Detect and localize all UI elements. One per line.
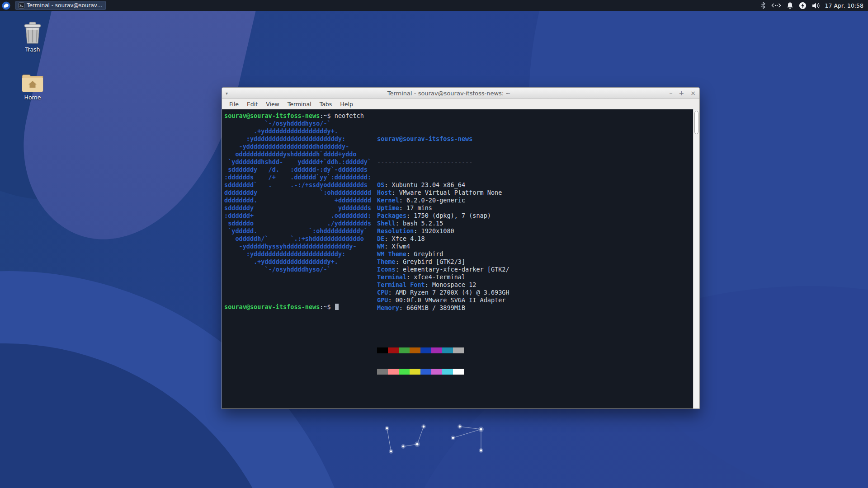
info-value: : 868x488 xyxy=(414,227,454,235)
terminal-prompt-line-1: sourav@sourav-itsfoss-news:~$ neofetch xyxy=(224,112,364,120)
menu-view[interactable]: View xyxy=(262,100,283,108)
info-value: : Monospace 12 xyxy=(425,281,476,288)
palette-color xyxy=(388,369,399,375)
palette-color xyxy=(377,369,388,375)
info-value: : 666MiB / 3899MiB xyxy=(399,304,465,311)
info-line: WM: Xfwm4 xyxy=(377,243,509,250)
top-panel: Terminal - sourav@sourav-it... 17 Apr, 1… xyxy=(0,0,868,11)
palette-color xyxy=(442,369,453,375)
palette-row-2 xyxy=(377,369,509,375)
network-icon[interactable] xyxy=(771,3,781,8)
menu-edit[interactable]: Edit xyxy=(243,100,261,108)
info-line: Icons: elementary-xfce-darker [GTK2/ xyxy=(377,266,509,273)
neofetch-user-host: sourav@sourav-itsfoss-news xyxy=(377,135,509,143)
taskbar-window-button[interactable]: Terminal - sourav@sourav-it... xyxy=(15,1,106,10)
prompt-suffix: :~$ xyxy=(320,303,335,310)
info-line: Memory: 666MiB / 3899MiB xyxy=(377,304,509,312)
window-menu-arrow-icon[interactable]: ▾ xyxy=(226,91,234,96)
menu-terminal[interactable]: Terminal xyxy=(284,100,315,108)
neofetch-info-lines: OS: Xubuntu 23.04 x86_64Host: VMware Vir… xyxy=(377,181,509,312)
palette-row-1 xyxy=(377,347,509,353)
desktop-icon-home[interactable]: Home xyxy=(15,73,50,101)
palette-color xyxy=(399,347,410,353)
terminal-content[interactable]: sourav@sourav-itsfoss-news:~$ neofetch `… xyxy=(222,109,699,408)
menu-tabs[interactable]: Tabs xyxy=(316,100,336,108)
palette-color xyxy=(410,369,420,375)
palette-color xyxy=(377,347,388,353)
xubuntu-logo-icon xyxy=(2,1,10,10)
info-label: WM Theme xyxy=(377,250,406,258)
info-label: CPU xyxy=(377,289,388,296)
info-label: Terminal Font xyxy=(377,281,425,288)
info-value: : 00:0f.0 VMware SVGA II Adapter xyxy=(388,296,505,304)
info-line: Terminal: xfce4-terminal xyxy=(377,273,509,281)
neofetch-separator: -------------------------- xyxy=(377,158,509,166)
menu-help[interactable]: Help xyxy=(336,100,357,108)
prompt-user: sourav@sourav-itsfoss-news xyxy=(224,112,320,119)
info-value: : VMware Virtual Platform None xyxy=(392,189,502,196)
palette-color xyxy=(453,369,464,375)
info-line: Host: VMware Virtual Platform None xyxy=(377,189,509,197)
info-label: GPU xyxy=(377,296,388,304)
info-line: CPU: AMD Ryzen 7 2700X (4) @ 3.693GH xyxy=(377,289,509,296)
info-label: DE xyxy=(377,235,384,242)
palette-color xyxy=(410,347,420,353)
palette-color xyxy=(388,347,399,353)
info-line: Theme: Greybird [GTK2/3] xyxy=(377,258,509,266)
palette-color xyxy=(399,369,410,375)
bluetooth-icon[interactable] xyxy=(760,2,766,9)
info-line: Shell: bash 5.2.15 xyxy=(377,220,509,227)
palette-color xyxy=(431,369,442,375)
menu-bar: FileEditViewTerminalTabsHelp xyxy=(222,99,699,109)
info-label: WM xyxy=(377,243,384,250)
info-label: Kernel xyxy=(377,197,399,204)
neofetch-ascii-logo: `-/osyhddddhyso/-` .+ydddddddddddddddddy… xyxy=(224,120,371,273)
info-value: : bash 5.2.15 xyxy=(396,220,443,227)
close-button[interactable]: × xyxy=(690,88,696,99)
menu-file[interactable]: File xyxy=(226,100,242,108)
info-value: : elementary-xfce-darker [GTK2/ xyxy=(396,266,509,273)
palette-color xyxy=(420,369,431,375)
info-line: DE: Xfce 4.18 xyxy=(377,235,509,243)
info-line: Kernel: 6.2.0-20-generic xyxy=(377,197,509,204)
terminal-cursor xyxy=(335,304,339,310)
power-manager-icon[interactable] xyxy=(799,2,807,9)
info-label: Theme xyxy=(377,258,396,265)
info-value: : AMD Ryzen 7 2700X (4) @ 3.693GH xyxy=(388,289,509,296)
info-value: : 1750 (dpkg), 7 (snap) xyxy=(406,212,491,219)
palette-color xyxy=(453,347,464,353)
info-line: OS: Xubuntu 23.04 x86_64 xyxy=(377,181,509,189)
terminal-scrollbar[interactable] xyxy=(693,109,699,408)
palette-color xyxy=(431,347,442,353)
desktop-icon-label: Home xyxy=(15,94,50,101)
info-label: Terminal xyxy=(377,273,406,281)
info-value: : 6.2.0-20-generic xyxy=(399,197,465,204)
info-label: Resolution xyxy=(377,227,414,235)
info-line: GPU: 00:0f.0 VMware SVGA II Adapter xyxy=(377,296,509,304)
palette-color xyxy=(442,347,453,353)
info-value: : Xubuntu 23.04 x86_64 xyxy=(384,181,465,188)
info-value: : Greybird [GTK2/3] xyxy=(396,258,465,265)
terminal-icon xyxy=(19,2,24,9)
terminal-window: ▾ Terminal - sourav@sourav-itsfoss-news:… xyxy=(222,87,700,409)
info-line: Uptime: 17 mins xyxy=(377,204,509,212)
info-value: : 17 mins xyxy=(399,204,432,211)
home-folder-icon xyxy=(15,73,50,92)
desktop-icon-trash[interactable]: Trash xyxy=(15,22,50,53)
volume-icon[interactable] xyxy=(812,2,821,9)
info-value: : xfce4-terminal xyxy=(406,273,465,281)
info-label: Icons xyxy=(377,266,396,273)
scrollbar-thumb[interactable] xyxy=(694,111,698,134)
panel-clock[interactable]: 17 Apr, 10:58 xyxy=(825,2,868,9)
info-label: Host xyxy=(377,189,392,196)
applications-menu-button[interactable] xyxy=(0,0,12,11)
taskbar-window-label: Terminal - sourav@sourav-it... xyxy=(27,2,103,9)
notifications-bell-icon[interactable] xyxy=(787,2,793,9)
minimize-button[interactable]: – xyxy=(670,88,673,99)
info-line: Packages: 1750 (dpkg), 7 (snap) xyxy=(377,212,509,220)
maximize-button[interactable]: + xyxy=(679,88,684,99)
info-label: Packages xyxy=(377,212,406,219)
window-titlebar[interactable]: ▾ Terminal - sourav@sourav-itsfoss-news:… xyxy=(222,88,699,99)
trash-icon xyxy=(15,22,50,44)
info-line: Resolution: 868x488 xyxy=(377,227,509,235)
